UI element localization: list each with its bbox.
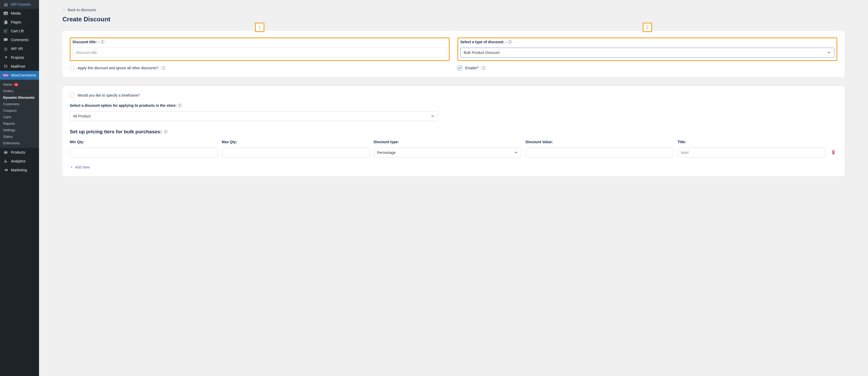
add-new-label: Add New (75, 165, 90, 169)
discount-type-select[interactable]: Bulk Product Discount (460, 48, 834, 58)
max-qty-input[interactable] (222, 148, 369, 157)
sidebar-item-label: Marketing (11, 168, 27, 172)
discount-basic-card: 1 Discount title: ● i Apply this discoun… (62, 31, 845, 77)
sidebar-item-label: WP VR (11, 47, 23, 51)
timeframe-checkbox[interactable] (70, 93, 74, 98)
discount-type-highlight: 2 Select a type of discount: ● i Bulk Pr… (457, 37, 837, 61)
discount-type-col-label: Discount type: (374, 140, 521, 144)
sidebar-item-label: Cart Lift (11, 29, 24, 33)
admin-sidebar: ▤ WP Funnels Media Pages 🛒 Cart Lift Com… (0, 0, 39, 376)
mailpoet-icon: M (3, 64, 8, 69)
help-icon[interactable]: i (482, 66, 485, 70)
sidebar-item-label: Comments (11, 38, 29, 42)
sidebar-item-label: Projects (11, 55, 24, 60)
sidebar-item-comments[interactable]: Comments (0, 35, 39, 44)
submenu-item-extensions[interactable]: Extensions (0, 140, 39, 146)
comment-icon (3, 37, 8, 42)
discount-title-input[interactable] (72, 48, 447, 58)
funnel-icon: ▤ (3, 2, 8, 7)
arrow-left-icon: ← (62, 8, 66, 12)
sidebar-item-mailpoet[interactable]: M MailPoet (0, 62, 39, 71)
apply-ignore-label: Apply this discount and ignore all other… (78, 66, 158, 70)
woocommerce-submenu: Home 4 Orders Dynamic Discounts Customer… (0, 80, 39, 148)
enable-label: Enable? (465, 66, 478, 70)
tier-title-input[interactable] (678, 148, 825, 157)
sidebar-item-projects[interactable]: Projects (0, 53, 39, 62)
discount-config-card: Would you like to specify a timeframe? S… (62, 86, 845, 176)
back-to-discounts-link[interactable]: ← Back to discounts (62, 8, 845, 12)
cart-lift-icon: 🛒 (3, 28, 8, 34)
add-new-tier-button[interactable]: ＋ Add New (70, 165, 837, 170)
apply-ignore-checkbox[interactable] (70, 66, 74, 70)
submenu-item-carts[interactable]: Carts (0, 114, 39, 120)
discount-title-label: Discount title: ● i (72, 40, 447, 44)
sidebar-item-woocommerce[interactable]: Woo WooCommerce (0, 71, 39, 80)
back-link-text: Back to discounts (68, 8, 96, 12)
sidebar-item-label: Pages (11, 20, 21, 24)
discount-type-label: Select a type of discount: ● i (460, 40, 834, 44)
help-icon[interactable]: i (101, 40, 104, 44)
main-content: ← Back to discounts Create Discount 1 Di… (39, 0, 868, 376)
submenu-label: Home (3, 83, 12, 86)
submenu-item-reports[interactable]: Reports (0, 120, 39, 127)
analytics-icon (3, 158, 8, 164)
submenu-item-dynamic-discounts[interactable]: Dynamic Discounts (0, 94, 39, 101)
sidebar-item-label: WooCommerce (11, 73, 36, 77)
min-qty-label: Min Qty: (70, 140, 218, 144)
sidebar-item-wp-funnels[interactable]: ▤ WP Funnels (0, 0, 39, 9)
enable-checkbox[interactable] (457, 66, 462, 70)
timeframe-label: Would you like to specify a timeframe? (78, 93, 140, 97)
sidebar-item-label: MailPoet (11, 64, 25, 68)
marker-2: 2 (643, 23, 652, 32)
required-asterisk: ● (98, 41, 99, 43)
discount-value-label: Discount Value: (526, 140, 673, 144)
discount-option-label: Select a discount option for applying to… (70, 104, 837, 108)
required-asterisk: ● (506, 41, 507, 43)
sidebar-item-label: WP Funnels (11, 2, 31, 6)
min-qty-input[interactable] (70, 148, 218, 157)
products-icon (3, 150, 8, 155)
sidebar-item-label: Analytics (11, 159, 26, 163)
tier-discount-type-select[interactable]: Percentage (374, 148, 521, 157)
discount-value-input[interactable] (526, 148, 673, 157)
sidebar-item-pages[interactable]: Pages (0, 18, 39, 27)
discount-option-select[interactable]: All Product (70, 111, 438, 121)
help-icon[interactable]: i (164, 130, 167, 134)
sidebar-item-media[interactable]: Media (0, 9, 39, 18)
submenu-item-orders[interactable]: Orders (0, 88, 39, 94)
sidebar-item-marketing[interactable]: Marketing (0, 166, 39, 174)
discount-title-highlight: 1 Discount title: ● i (70, 37, 450, 61)
sidebar-item-label: Products (11, 150, 25, 154)
pricing-tiers-heading: Set up pricing tiers for bulk purchases:… (70, 129, 837, 135)
media-icon (3, 11, 8, 16)
submenu-item-settings[interactable]: Settings (0, 127, 39, 133)
max-qty-label: Max Qty: (222, 140, 369, 144)
submenu-item-home[interactable]: Home 4 (0, 81, 39, 88)
submenu-item-customers[interactable]: Customers (0, 101, 39, 107)
marketing-icon (3, 167, 8, 173)
delete-tier-button[interactable] (830, 147, 837, 157)
submenu-item-status[interactable]: Status (0, 133, 39, 140)
marker-1: 1 (255, 23, 265, 32)
pin-icon (3, 55, 8, 60)
help-icon[interactable]: i (508, 40, 512, 44)
vr-icon: ◎ (3, 46, 8, 51)
woocommerce-icon: Woo (3, 73, 8, 78)
home-badge: 4 (14, 83, 19, 86)
sidebar-item-products[interactable]: Products (0, 148, 39, 157)
plus-icon: ＋ (70, 165, 73, 170)
sidebar-item-wp-vr[interactable]: ◎ WP VR (0, 44, 39, 53)
sidebar-item-cart-lift[interactable]: 🛒 Cart Lift (0, 27, 39, 35)
help-icon[interactable]: i (178, 104, 182, 107)
help-icon[interactable]: i (162, 66, 165, 70)
pricing-tier-row: Min Qty: Max Qty: Discount type: Percent… (70, 140, 837, 157)
sidebar-item-analytics[interactable]: Analytics (0, 157, 39, 166)
submenu-item-coupons[interactable]: Coupons (0, 107, 39, 114)
tier-title-label: Title: (678, 140, 825, 144)
page-title: Create Discount (62, 16, 845, 23)
sidebar-item-label: Media (11, 11, 21, 16)
pages-icon (3, 20, 8, 25)
